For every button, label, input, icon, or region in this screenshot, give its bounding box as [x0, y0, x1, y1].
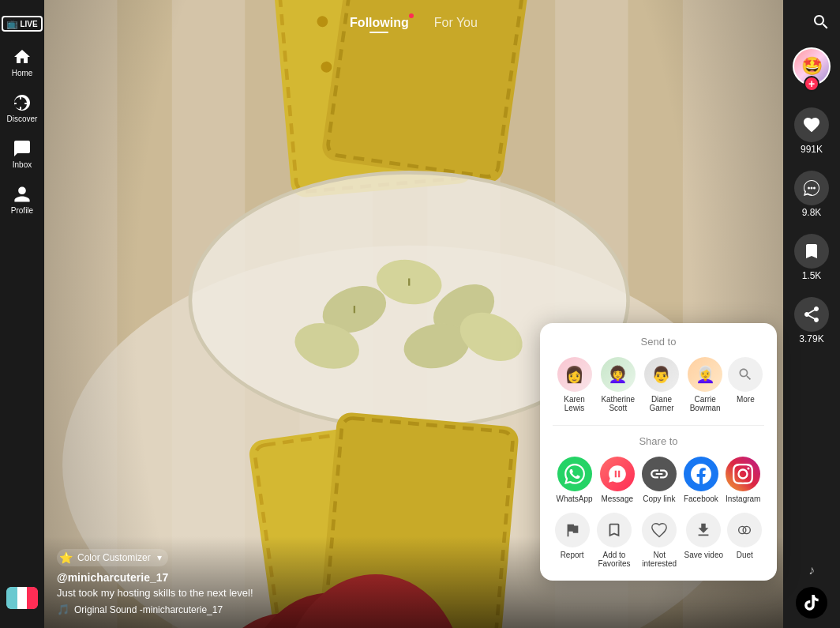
tab-for-you[interactable]: For You	[434, 16, 478, 33]
duet-label: Duet	[737, 551, 753, 559]
contact-avatar-carrie: 👩‍🦳	[688, 357, 722, 392]
copylink-label: Copy link	[643, 495, 675, 503]
share-icon	[802, 305, 821, 324]
comment-count: 9.8K	[802, 207, 822, 218]
report-label: Report	[561, 551, 584, 559]
contact-name-more: More	[737, 395, 755, 404]
comment-icon-container	[794, 171, 829, 205]
copylink-icon	[642, 457, 677, 491]
like-icon-container	[794, 107, 829, 142]
contact-diane-garner[interactable]: 👨 Diane Garner	[641, 357, 682, 412]
for-you-tab-label: For You	[434, 16, 478, 29]
contact-karen-lewis[interactable]: 👩 Karen Lewis	[554, 357, 595, 412]
video-description: Just took my hosting skills to the next …	[57, 587, 771, 599]
share-actions-row: Report Add to Favorites Not interested S…	[553, 513, 764, 568]
whatsapp-label: WhatsApp	[557, 495, 593, 503]
duet-icon	[736, 521, 753, 539]
sidebar-item-profile[interactable]: Profile	[0, 179, 44, 221]
badge-icon: ⭐	[59, 551, 73, 564]
add-content-button[interactable]: +	[0, 581, 44, 615]
creator-avatar[interactable]: 🤩 +	[793, 47, 831, 85]
not-interested-label: Not interested	[639, 551, 680, 568]
save-video-icon	[695, 521, 712, 539]
action-not-interested[interactable]: Not interested	[639, 513, 680, 568]
save-video-icon-container	[686, 513, 721, 547]
live-badge: 📺 LIVE	[2, 16, 42, 32]
share-facebook[interactable]: Facebook	[684, 457, 718, 503]
not-interested-icon-container	[642, 513, 677, 547]
report-icon-container	[555, 513, 590, 547]
following-dot	[409, 13, 414, 18]
duet-icon-container	[727, 513, 762, 547]
share-count: 3.79K	[799, 333, 823, 344]
add-favorites-icon	[606, 521, 623, 539]
share-instagram[interactable]: Instagram	[726, 457, 760, 503]
add-favorites-icon-container	[597, 513, 632, 547]
sound-row[interactable]: 🎵 Original Sound -minicharcuterie_17	[57, 604, 771, 615]
following-tab-label: Following	[350, 16, 409, 29]
action-add-favorites[interactable]: Add to Favorites	[594, 513, 635, 568]
contact-name-katherine: Katherine Scott	[598, 395, 639, 412]
share-apps-row: WhatsApp Message Copy link Facebook Inst…	[553, 457, 764, 503]
search-button[interactable]	[812, 13, 831, 35]
contact-avatar-diane: 👨	[644, 357, 679, 392]
sidebar-item-home[interactable]: Home	[0, 41, 44, 84]
sidebar-item-discover[interactable]: Discover	[0, 87, 44, 130]
contacts-row: 👩 Karen Lewis 👩‍🦱 Katherine Scott 👨 Dian…	[553, 357, 764, 412]
comment-icon	[802, 179, 821, 197]
avatar-emoji: 🤩	[801, 56, 823, 77]
report-icon	[564, 521, 581, 539]
svg-point-60	[743, 526, 750, 533]
share-copylink[interactable]: Copy link	[642, 457, 677, 503]
share-to-title: Share to	[553, 435, 764, 447]
sidebar-item-inbox[interactable]: Inbox	[0, 133, 44, 175]
message-label: Message	[601, 495, 633, 503]
share-message[interactable]: Message	[600, 457, 635, 503]
contact-more[interactable]: More	[728, 357, 763, 412]
live-label: LIVE	[20, 20, 37, 28]
right-actions-panel: 🤩 + 991K 9.8K 1.5K	[783, 0, 840, 628]
action-report[interactable]: Report	[555, 513, 590, 568]
contact-katherine-scott[interactable]: 👩‍🦱 Katherine Scott	[598, 357, 639, 412]
instagram-icon	[726, 457, 760, 491]
tiktok-logo-icon	[802, 593, 821, 612]
sidebar-live[interactable]: 📺 LIVE	[0, 9, 44, 38]
like-count: 991K	[801, 144, 823, 155]
svg-point-56	[808, 187, 810, 190]
comment-button[interactable]: 9.8K	[794, 171, 829, 218]
contact-name-carrie: Carrie Bowman	[684, 395, 726, 412]
follow-plus-button[interactable]: +	[804, 76, 819, 92]
tab-following[interactable]: Following	[350, 16, 409, 33]
svg-point-58	[813, 187, 816, 190]
bookmark-icon	[802, 242, 821, 261]
contact-name-karen: Karen Lewis	[554, 395, 595, 412]
facebook-icon	[684, 457, 718, 491]
action-save-video[interactable]: Save video	[684, 513, 723, 568]
contact-avatar-karen: 👩	[557, 357, 592, 392]
bookmark-icon-container	[794, 234, 829, 269]
bookmark-button[interactable]: 1.5K	[794, 234, 829, 281]
badge-text: Color Customizer	[77, 552, 151, 563]
not-interested-icon	[651, 521, 668, 539]
music-note-icon: ♪	[808, 563, 815, 577]
video-header: Following For You	[44, 0, 783, 41]
home-icon	[13, 47, 32, 66]
save-video-label: Save video	[684, 551, 723, 559]
inbox-icon	[13, 139, 32, 158]
share-whatsapp[interactable]: WhatsApp	[557, 457, 593, 503]
music-icon: 🎵	[57, 604, 69, 615]
bookmark-count: 1.5K	[802, 270, 822, 281]
tiktok-disc[interactable]	[796, 587, 827, 619]
contact-carrie-bowman[interactable]: 👩‍🦳 Carrie Bowman	[684, 357, 726, 412]
like-button[interactable]: 991K	[794, 107, 829, 155]
search-icon	[812, 13, 831, 32]
contact-avatar-more	[728, 357, 763, 392]
contact-name-diane: Diane Garner	[641, 395, 682, 412]
more-search-icon	[737, 367, 753, 382]
account-badge[interactable]: ⭐ Color Customizer ▾	[57, 549, 168, 566]
action-duet[interactable]: Duet	[727, 513, 762, 568]
instagram-label: Instagram	[726, 495, 760, 503]
share-button[interactable]: 3.79K	[794, 297, 829, 344]
home-label: Home	[12, 69, 33, 77]
add-favorites-label: Add to Favorites	[594, 551, 635, 568]
